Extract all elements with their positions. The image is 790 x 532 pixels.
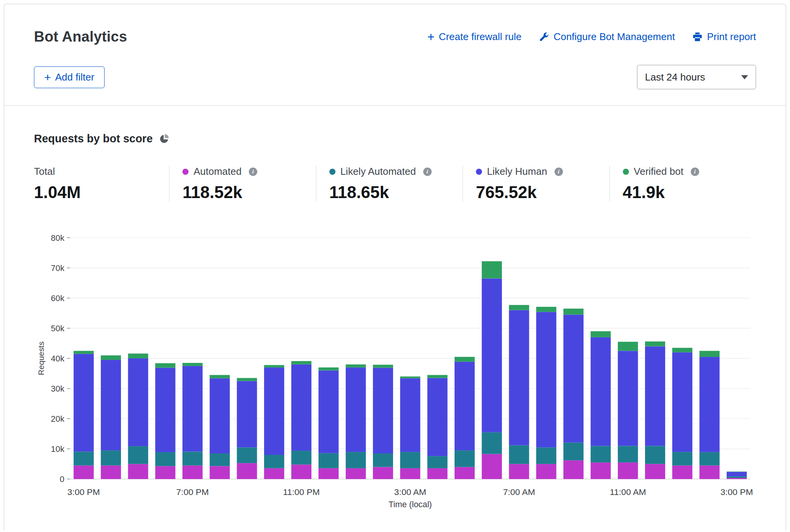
bar-segment-automated[interactable] <box>291 464 311 479</box>
bar-segment-automated[interactable] <box>264 468 284 479</box>
bar-segment-likely-automated[interactable] <box>373 453 393 467</box>
bar-segment-verified-bot[interactable] <box>74 351 94 354</box>
bar-segment-automated[interactable] <box>155 466 176 479</box>
bar-segment-verified-bot[interactable] <box>319 368 339 371</box>
bar-segment-likely-automated[interactable] <box>618 446 638 463</box>
bar-segment-verified-bot[interactable] <box>155 363 176 368</box>
bar-segment-likely-human[interactable] <box>672 352 692 452</box>
info-icon[interactable] <box>249 168 257 176</box>
bar-segment-likely-human[interactable] <box>237 381 257 447</box>
bar-segment-automated[interactable] <box>319 468 339 479</box>
bar-segment-automated[interactable] <box>427 468 448 479</box>
bar-segment-likely-human[interactable] <box>700 357 720 452</box>
bar-segment-likely-human[interactable] <box>455 362 475 450</box>
bar-segment-likely-human[interactable] <box>74 354 94 451</box>
bar-segment-likely-automated[interactable] <box>101 450 121 466</box>
bar-segment-automated[interactable] <box>563 460 584 479</box>
bar-segment-likely-automated[interactable] <box>74 451 94 465</box>
bar-segment-likely-human[interactable] <box>319 371 339 453</box>
bar-segment-likely-automated[interactable] <box>509 445 529 464</box>
bar-segment-automated[interactable] <box>509 464 529 479</box>
bar-segment-verified-bot[interactable] <box>536 307 556 312</box>
bar-segment-verified-bot[interactable] <box>291 361 311 364</box>
configure-bot-management-link[interactable]: Configure Bot Management <box>539 31 675 43</box>
bar-segment-likely-automated[interactable] <box>427 456 448 468</box>
bar-segment-likely-human[interactable] <box>210 378 230 453</box>
bar-segment-likely-human[interactable] <box>400 378 420 452</box>
bar-segment-likely-automated[interactable] <box>237 447 257 463</box>
info-icon[interactable] <box>691 168 699 176</box>
bar-segment-automated[interactable] <box>700 466 720 479</box>
bar-segment-automated[interactable] <box>128 464 148 479</box>
bar-segment-likely-automated[interactable] <box>727 476 747 478</box>
bar-segment-automated[interactable] <box>101 466 121 479</box>
bar-segment-likely-human[interactable] <box>373 368 393 453</box>
time-range-select[interactable]: Last 24 hours <box>637 65 756 89</box>
bar-segment-likely-automated[interactable] <box>128 446 148 464</box>
bar-segment-verified-bot[interactable] <box>482 261 502 279</box>
bar-segment-likely-human[interactable] <box>482 279 502 432</box>
print-report-link[interactable]: Print report <box>692 31 756 43</box>
bar-segment-verified-bot[interactable] <box>700 351 720 357</box>
bar-segment-verified-bot[interactable] <box>400 376 420 378</box>
bar-segment-automated[interactable] <box>591 463 611 479</box>
bar-segment-likely-automated[interactable] <box>182 451 203 465</box>
bar-segment-automated[interactable] <box>346 468 366 479</box>
bar-segment-automated[interactable] <box>536 464 556 479</box>
bar-segment-verified-bot[interactable] <box>182 363 203 366</box>
bar-segment-likely-human[interactable] <box>155 368 176 452</box>
bar-segment-likely-human[interactable] <box>291 364 311 451</box>
requests-by-bot-score-chart[interactable]: 010k20k30k40k50k60k70k80k3:00 PM7:00 PM1… <box>34 229 756 513</box>
bar-segment-likely-automated[interactable] <box>346 452 366 468</box>
bar-segment-likely-automated[interactable] <box>291 451 311 464</box>
bar-segment-automated[interactable] <box>400 468 420 479</box>
bar-segment-likely-automated[interactable] <box>563 443 584 461</box>
bar-segment-automated[interactable] <box>182 466 203 479</box>
bar-segment-likely-automated[interactable] <box>672 452 692 466</box>
info-icon[interactable] <box>555 168 563 176</box>
bar-segment-automated[interactable] <box>672 466 692 479</box>
bar-segment-automated[interactable] <box>373 467 393 479</box>
bar-segment-automated[interactable] <box>455 467 475 479</box>
bar-segment-likely-human[interactable] <box>536 312 556 447</box>
bar-segment-likely-human[interactable] <box>346 368 366 452</box>
bar-segment-verified-bot[interactable] <box>618 342 638 351</box>
bar-segment-verified-bot[interactable] <box>509 305 529 310</box>
bar-segment-likely-human[interactable] <box>563 314 584 442</box>
bar-segment-automated[interactable] <box>727 478 747 479</box>
bar-segment-verified-bot[interactable] <box>237 378 257 381</box>
bar-segment-verified-bot[interactable] <box>373 365 393 368</box>
bar-segment-likely-automated[interactable] <box>700 452 720 466</box>
bar-segment-automated[interactable] <box>645 464 665 479</box>
bar-segment-likely-automated[interactable] <box>319 453 339 468</box>
bar-segment-likely-automated[interactable] <box>645 446 665 464</box>
bar-segment-likely-human[interactable] <box>182 366 203 451</box>
create-firewall-rule-link[interactable]: Create firewall rule <box>427 31 521 43</box>
bar-segment-likely-human[interactable] <box>618 351 638 446</box>
bar-segment-likely-automated[interactable] <box>210 453 230 466</box>
bar-segment-verified-bot[interactable] <box>727 472 747 472</box>
bar-segment-likely-automated[interactable] <box>400 452 420 468</box>
bar-segment-likely-human[interactable] <box>427 378 448 456</box>
bar-segment-automated[interactable] <box>482 454 502 479</box>
bar-segment-likely-human[interactable] <box>591 337 611 446</box>
bar-segment-likely-automated[interactable] <box>536 447 556 464</box>
bar-segment-verified-bot[interactable] <box>128 353 148 358</box>
bar-segment-verified-bot[interactable] <box>427 375 448 378</box>
bar-segment-verified-bot[interactable] <box>264 365 284 367</box>
bar-segment-verified-bot[interactable] <box>563 309 584 315</box>
bar-segment-automated[interactable] <box>74 466 94 479</box>
bar-segment-likely-human[interactable] <box>645 347 665 446</box>
bar-segment-likely-human[interactable] <box>101 360 121 450</box>
bar-segment-likely-automated[interactable] <box>591 446 611 463</box>
info-icon[interactable] <box>423 168 432 176</box>
bar-segment-likely-automated[interactable] <box>482 432 502 454</box>
bar-segment-likely-automated[interactable] <box>264 455 284 468</box>
bar-segment-verified-bot[interactable] <box>101 355 121 360</box>
bar-segment-verified-bot[interactable] <box>645 342 665 347</box>
bar-segment-automated[interactable] <box>237 463 257 479</box>
bar-segment-likely-human[interactable] <box>727 472 747 476</box>
bar-segment-likely-automated[interactable] <box>155 452 176 466</box>
bar-segment-automated[interactable] <box>618 463 638 479</box>
bar-segment-automated[interactable] <box>210 466 230 479</box>
